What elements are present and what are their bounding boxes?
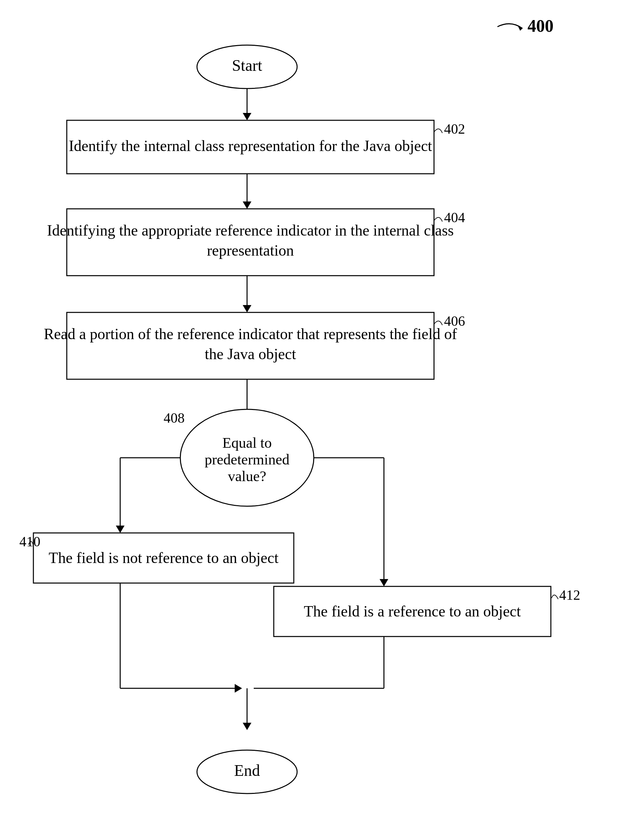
step406-text-line2: the Java object [205, 346, 296, 362]
decision408-text-line1: Equal to [222, 435, 272, 451]
decision408-text-line3: value? [228, 468, 266, 484]
decision408-id: 408 [164, 410, 185, 426]
decision408-text-line2: predetermined [205, 451, 289, 468]
step402-text: Identify the internal class representati… [69, 137, 432, 154]
start-label: Start [232, 56, 263, 74]
step412-id: 412 [559, 587, 580, 603]
step406-text-line1: Read a portion of the reference indicato… [44, 325, 457, 343]
flowchart-diagram: 400 Start Identify the internal class re… [0, 0, 644, 840]
diagram-title: 400 [527, 16, 554, 35]
step404-id: 404 [444, 210, 465, 225]
step410-id: 410 [20, 534, 40, 549]
step402-id: 402 [444, 121, 465, 137]
step410-text: The field is not reference to an object [49, 549, 279, 567]
step406-id: 406 [444, 313, 465, 329]
end-label: End [234, 761, 260, 779]
step412-text: The field is a reference to an object [304, 603, 521, 620]
step404-text-line2: representation [207, 242, 294, 259]
step404-text-line1: Identifying the appropriate reference in… [47, 222, 454, 239]
